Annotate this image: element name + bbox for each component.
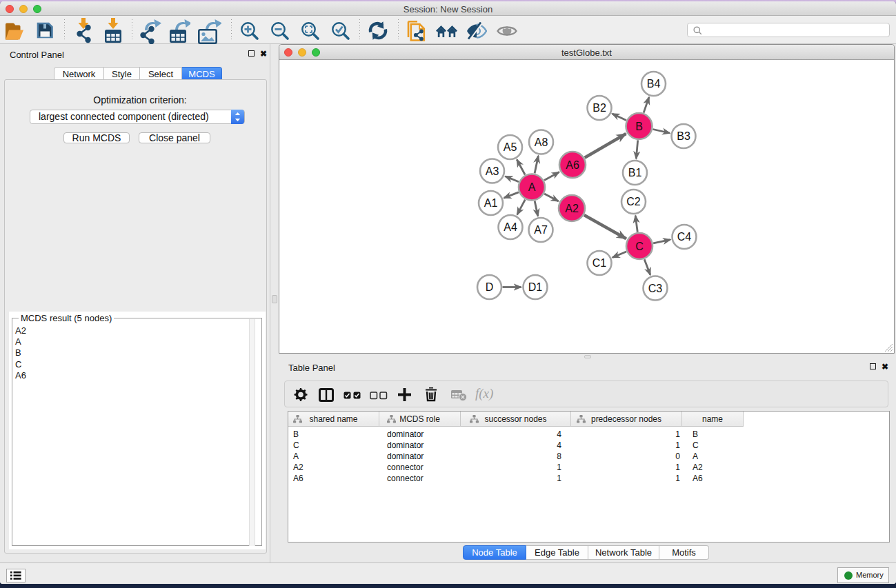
- svg-text:D: D: [486, 281, 494, 293]
- svg-text:D1: D1: [528, 281, 543, 293]
- svg-text:C4: C4: [677, 231, 692, 243]
- svg-text:C1: C1: [593, 257, 607, 269]
- svg-text:B3: B3: [677, 130, 690, 142]
- svg-text:A3: A3: [486, 165, 499, 177]
- svg-text:A5: A5: [504, 141, 517, 153]
- svg-text:A2: A2: [565, 203, 579, 214]
- svg-text:A7: A7: [534, 224, 548, 236]
- svg-text:C3: C3: [648, 283, 663, 294]
- svg-text:B1: B1: [628, 167, 642, 179]
- svg-text:A1: A1: [484, 197, 498, 209]
- svg-text:B: B: [635, 121, 643, 132]
- svg-text:C: C: [635, 241, 644, 252]
- svg-text:B2: B2: [593, 102, 606, 114]
- svg-text:A4: A4: [504, 221, 517, 233]
- svg-text:C2: C2: [626, 196, 641, 207]
- svg-text:B4: B4: [647, 78, 661, 90]
- svg-text:A: A: [528, 181, 536, 193]
- svg-text:A8: A8: [535, 136, 548, 148]
- svg-text:A6: A6: [566, 159, 579, 171]
